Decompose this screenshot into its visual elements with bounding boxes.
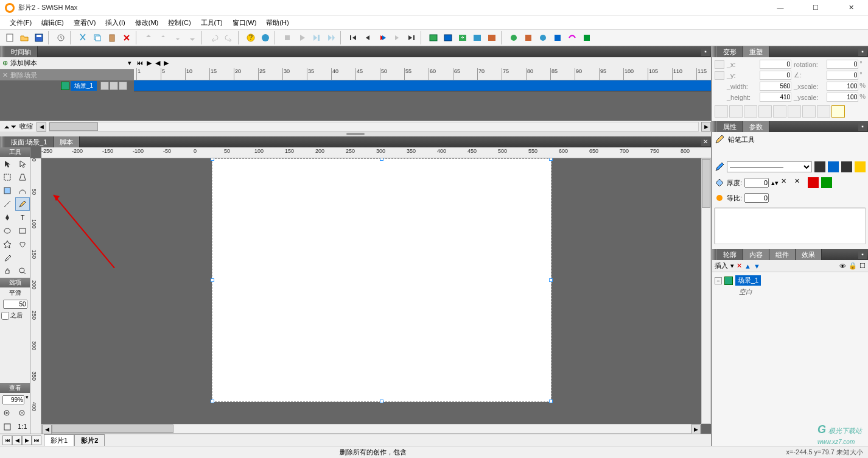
tl-play-icon[interactable]: ▶	[147, 59, 152, 67]
content-tab[interactable]: 内容	[743, 249, 769, 260]
chscroll-left[interactable]: ◀	[42, 425, 52, 434]
handle-e[interactable]	[549, 278, 553, 282]
play-scene-button[interactable]	[310, 31, 323, 44]
tf-btn-7[interactable]	[802, 105, 816, 118]
export-exe-button[interactable]	[485, 31, 499, 44]
cap1-icon[interactable]	[814, 161, 825, 172]
prev-frame-button[interactable]	[361, 31, 374, 44]
menu-edit[interactable]: 编辑(E)	[38, 17, 68, 29]
tf-btn-3[interactable]	[744, 105, 757, 118]
menu-control[interactable]: 控制(C)	[164, 17, 194, 29]
skew-input[interactable]	[827, 71, 858, 80]
doc-tab-1[interactable]: 影片1	[44, 434, 74, 446]
bring-forward-button[interactable]	[156, 31, 170, 44]
next-frame-button[interactable]	[390, 31, 404, 44]
tree-expand-button[interactable]: −	[715, 277, 722, 284]
cap3-icon[interactable]	[841, 161, 852, 172]
reshape-tab[interactable]: 重塑	[743, 46, 769, 57]
open-button[interactable]	[18, 31, 31, 44]
width-input[interactable]	[760, 82, 791, 91]
test-movie-button[interactable]	[427, 31, 440, 44]
th-btn4[interactable]	[821, 177, 832, 188]
stop-button[interactable]	[281, 31, 294, 44]
tab-last-button[interactable]: ⏭	[32, 435, 41, 445]
visibility-icon[interactable]	[100, 82, 109, 90]
handle-s[interactable]	[380, 400, 383, 403]
stroke-icon[interactable]	[715, 162, 724, 172]
lasso-tool[interactable]	[0, 171, 15, 184]
zoom-input[interactable]	[2, 395, 24, 404]
layout-tab[interactable]: 版面: 场景_1	[5, 136, 54, 147]
tab-prev-button[interactable]: ◀	[12, 435, 22, 445]
fill-transform-tool[interactable]	[0, 184, 15, 197]
redo-button[interactable]	[222, 31, 236, 44]
menu-view[interactable]: 查看(V)	[70, 17, 100, 29]
copy-button[interactable]	[91, 31, 104, 44]
undo-button[interactable]	[208, 31, 221, 44]
handle-se[interactable]	[549, 400, 553, 403]
hscroll-left-button[interactable]: ◀	[37, 122, 46, 132]
play-button[interactable]	[295, 31, 309, 44]
outline-icon[interactable]	[119, 82, 127, 90]
send-back-button[interactable]	[186, 31, 199, 44]
zoom-100-button[interactable]: 1:1	[15, 420, 30, 434]
stroke-style-select[interactable]: ————————	[727, 161, 812, 172]
horizontal-ruler[interactable]: -250-200-150-100-50050100150200250300350…	[41, 147, 711, 158]
motion-path-tool[interactable]	[15, 184, 30, 197]
close-button[interactable]: ✕	[839, 4, 863, 12]
th-btn3[interactable]	[808, 177, 819, 188]
canvas-vscroll[interactable]	[701, 158, 711, 424]
horizontal-splitter[interactable]	[0, 132, 711, 136]
outline-close-button[interactable]: ▪	[858, 250, 867, 259]
first-frame-button[interactable]	[346, 31, 360, 44]
timeline-ruler[interactable]: 1510152025303540455055606570758085909510…	[134, 68, 711, 80]
link-button[interactable]	[259, 31, 272, 44]
export-html-button[interactable]	[471, 31, 484, 44]
lock-xy-icon[interactable]	[715, 71, 724, 80]
height-input[interactable]	[760, 93, 791, 102]
ol-box-icon[interactable]: ☐	[859, 262, 866, 270]
tool-a-button[interactable]	[507, 31, 520, 44]
panel-grip-icon[interactable]	[0, 136, 5, 147]
cut-button[interactable]	[76, 31, 89, 44]
tool-b-button[interactable]	[522, 31, 535, 44]
components-tab[interactable]: 组件	[769, 249, 796, 260]
tool-d-button[interactable]	[551, 31, 564, 44]
play-effect-button[interactable]	[324, 31, 338, 44]
export-swf-button[interactable]	[456, 31, 469, 44]
anchor-icon[interactable]	[715, 60, 724, 69]
select-tool[interactable]	[0, 157, 15, 171]
timeline-hscroll[interactable]	[49, 122, 699, 132]
xscale-input[interactable]	[827, 82, 858, 91]
hscroll-right-button[interactable]: ▶	[701, 122, 711, 132]
panel-grip-icon[interactable]	[712, 249, 717, 260]
after-checkbox[interactable]	[1, 312, 9, 320]
ol-eye-icon[interactable]: 👁	[839, 262, 846, 270]
menu-window[interactable]: 窗口(W)	[229, 17, 261, 29]
tl-prev-icon[interactable]: ◀	[155, 59, 160, 67]
play-preview-button[interactable]	[376, 31, 389, 44]
tf-btn-4[interactable]	[758, 105, 772, 118]
tf-btn-8[interactable]	[817, 105, 830, 118]
handle-ne[interactable]	[549, 158, 553, 161]
menu-file[interactable]: 文件(F)	[6, 17, 35, 29]
insert-label[interactable]: 插入	[715, 261, 728, 270]
line-tool[interactable]	[0, 197, 15, 211]
ellipse-tool[interactable]	[0, 224, 15, 238]
zoom-tool[interactable]	[15, 264, 30, 278]
yscale-input[interactable]	[827, 93, 858, 102]
lock-icon[interactable]	[110, 82, 118, 90]
subselect-tool[interactable]	[15, 157, 30, 171]
ol-lock-icon[interactable]: 🔒	[849, 262, 857, 270]
save-button[interactable]	[32, 31, 46, 44]
test-browser-button[interactable]	[441, 31, 455, 44]
x-input[interactable]	[760, 60, 791, 69]
tab-next-button[interactable]: ▶	[22, 435, 32, 445]
last-frame-button[interactable]	[405, 31, 418, 44]
menu-tools[interactable]: 工具(T)	[197, 17, 226, 29]
bring-front-button[interactable]	[142, 31, 155, 44]
tool-f-button[interactable]	[580, 31, 593, 44]
tf-btn-1[interactable]	[715, 105, 728, 118]
doc-tab-2[interactable]: 影片2	[74, 434, 105, 446]
ratio-input[interactable]	[744, 193, 769, 203]
